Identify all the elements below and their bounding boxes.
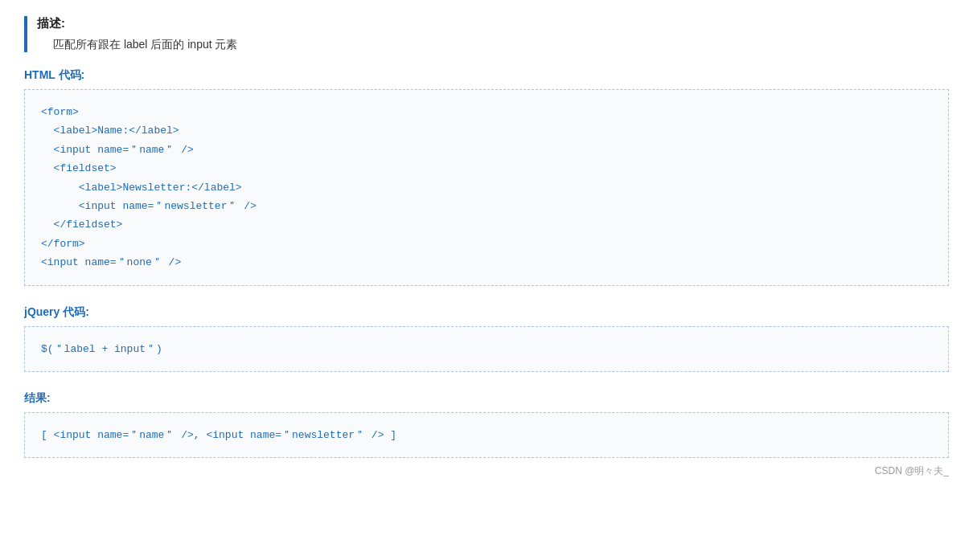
watermark: CSDN @明々夫_ <box>24 464 949 478</box>
html-code-block: <form> <label>Name:</label> <input name=… <box>24 89 949 286</box>
jquery-code-label: jQuery 代码: <box>24 305 949 320</box>
result-section: 结果: [ <input name=＂name＂ />, <input name… <box>24 391 949 478</box>
html-code-label: HTML 代码: <box>24 68 949 83</box>
html-code-section: HTML 代码: <form> <label>Name:</label> <in… <box>24 68 949 286</box>
result-content: [ <input name=＂name＂ />, <input name=＂ne… <box>41 429 396 441</box>
result-block: [ <input name=＂name＂ />, <input name=＂ne… <box>24 412 949 458</box>
jquery-code-block: $(＂label + input＂) <box>24 326 949 372</box>
jquery-code-content: $(＂label + input＂) <box>41 343 162 355</box>
jquery-code-section: jQuery 代码: $(＂label + input＂) <box>24 305 949 372</box>
description-section: 描述: 匹配所有跟在 label 后面的 input 元素 <box>24 16 949 52</box>
html-code-content: <form> <label>Name:</label> <input name=… <box>41 106 257 268</box>
description-title: 描述: <box>37 16 949 31</box>
result-label: 结果: <box>24 391 949 406</box>
description-text: 匹配所有跟在 label 后面的 input 元素 <box>37 38 949 52</box>
